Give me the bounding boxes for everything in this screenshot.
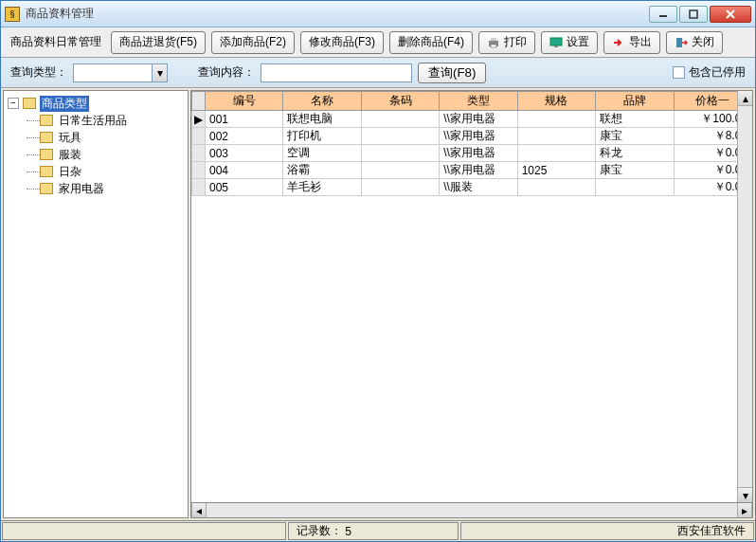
tree-root[interactable]: − 商品类型	[8, 95, 184, 112]
svg-rect-8	[554, 45, 558, 47]
status-bar: 记录数： 5 西安佳宜软件	[1, 520, 755, 541]
table-row[interactable]: 005羊毛衫\\服装￥0.00	[192, 179, 752, 196]
folder-icon	[40, 132, 53, 143]
app-icon: §	[5, 7, 20, 22]
main-area: − 商品类型 日常生活用品玩具服装日杂家用电器 编号名称条码类型规格品牌价格一 …	[1, 88, 755, 520]
status-left	[2, 522, 286, 540]
vertical-scrollbar[interactable]: ▴ ▾	[737, 91, 752, 502]
scroll-up-icon[interactable]: ▴	[738, 91, 752, 106]
tree-item-label: 服装	[57, 147, 83, 163]
scroll-left-icon[interactable]: ◂	[191, 503, 207, 517]
status-vendor: 西安佳宜软件	[460, 522, 754, 540]
minimize-button[interactable]	[649, 6, 677, 23]
grid-panel: 编号名称条码类型规格品牌价格一 ▶001联想电脑\\家用电器联想￥100.000…	[190, 90, 753, 518]
tree-root-label: 商品类型	[40, 96, 89, 112]
close-window-button[interactable]	[710, 6, 751, 23]
close-button[interactable]: 关闭	[666, 31, 723, 54]
table-row[interactable]: ▶001联想电脑\\家用电器联想￥100.00	[192, 111, 752, 128]
checkbox-icon	[673, 66, 685, 79]
stock-button[interactable]: 商品进退货(F5)	[111, 31, 206, 54]
printer-icon	[487, 36, 500, 49]
tree-item[interactable]: 日杂	[27, 163, 184, 180]
titlebar: § 商品资料管理	[1, 1, 755, 27]
table-row[interactable]: 003空调\\家用电器科龙￥0.00	[192, 145, 752, 162]
column-header[interactable]: 编号	[206, 92, 283, 111]
query-type-label: 查询类型：	[10, 64, 67, 81]
tree-item-label: 家用电器	[57, 181, 106, 197]
column-header[interactable]: 规格	[517, 92, 595, 111]
tree-item-label: 玩具	[57, 130, 83, 146]
settings-button[interactable]: 设置	[541, 31, 598, 54]
tree-item[interactable]: 玩具	[27, 129, 184, 146]
scroll-right-icon[interactable]: ▸	[737, 503, 752, 517]
folder-icon	[40, 149, 53, 160]
print-button[interactable]: 打印	[478, 31, 535, 54]
svg-rect-7	[550, 38, 562, 45]
tree-panel: − 商品类型 日常生活用品玩具服装日杂家用电器	[3, 90, 189, 518]
row-indicator	[192, 145, 206, 162]
data-grid[interactable]: 编号名称条码类型规格品牌价格一 ▶001联想电脑\\家用电器联想￥100.000…	[190, 90, 753, 503]
folder-icon	[40, 115, 53, 126]
svg-rect-6	[491, 45, 496, 47]
horizontal-scrollbar[interactable]: ◂ ▸	[190, 503, 753, 518]
door-icon	[675, 36, 688, 49]
folder-icon	[23, 98, 36, 109]
maximize-button[interactable]	[679, 6, 708, 23]
status-count: 记录数： 5	[288, 522, 459, 540]
query-type-select[interactable]: ▾	[73, 63, 168, 82]
tree-item[interactable]: 服装	[27, 146, 184, 163]
row-indicator	[192, 128, 206, 145]
tree-item-label: 日杂	[57, 164, 83, 180]
column-header[interactable]: 条码	[361, 92, 439, 111]
tree-item[interactable]: 日常生活用品	[27, 112, 184, 129]
toolbar: 商品资料日常管理 商品进退货(F5) 添加商品(F2) 修改商品(F3) 删除商…	[1, 27, 755, 58]
window-title: 商品资料管理	[26, 6, 649, 22]
folder-icon	[40, 166, 53, 177]
table-row[interactable]: 002打印机\\家用电器康宝￥8.00	[192, 128, 752, 145]
svg-rect-5	[491, 38, 496, 41]
column-header[interactable]: 类型	[440, 92, 517, 111]
toolbar-menu-label[interactable]: 商品资料日常管理	[7, 34, 105, 50]
include-disabled-checkbox[interactable]: 包含已停用	[673, 64, 746, 81]
svg-rect-9	[676, 38, 682, 47]
row-indicator	[192, 162, 206, 179]
row-indicator	[192, 179, 206, 196]
row-indicator: ▶	[192, 111, 206, 128]
tree-item[interactable]: 家用电器	[27, 180, 184, 197]
export-icon	[612, 36, 625, 49]
delete-product-button[interactable]: 删除商品(F4)	[389, 31, 473, 54]
column-header[interactable]: 名称	[283, 92, 361, 111]
export-button[interactable]: 导出	[603, 31, 660, 54]
query-content-label: 查询内容：	[198, 64, 255, 81]
monitor-icon	[549, 36, 563, 49]
row-indicator-header	[192, 92, 206, 111]
collapse-icon[interactable]: −	[8, 98, 19, 109]
scroll-down-icon[interactable]: ▾	[738, 487, 752, 502]
search-bar: 查询类型： ▾ 查询内容： 查询(F8) 包含已停用	[1, 58, 755, 88]
chevron-down-icon: ▾	[152, 64, 167, 81]
svg-rect-1	[690, 10, 697, 18]
add-product-button[interactable]: 添加商品(F2)	[211, 31, 295, 54]
app-window: § 商品资料管理 商品资料日常管理 商品进退货(F5) 添加商品(F2) 修改商…	[0, 0, 756, 542]
folder-icon	[40, 183, 53, 194]
query-content-input[interactable]	[261, 63, 412, 82]
table-row[interactable]: 004浴霸\\家用电器1025康宝￥0.00	[192, 162, 752, 179]
column-header[interactable]: 品牌	[596, 92, 674, 111]
tree-item-label: 日常生活用品	[57, 113, 129, 129]
search-button[interactable]: 查询(F8)	[418, 63, 486, 83]
edit-product-button[interactable]: 修改商品(F3)	[300, 31, 384, 54]
